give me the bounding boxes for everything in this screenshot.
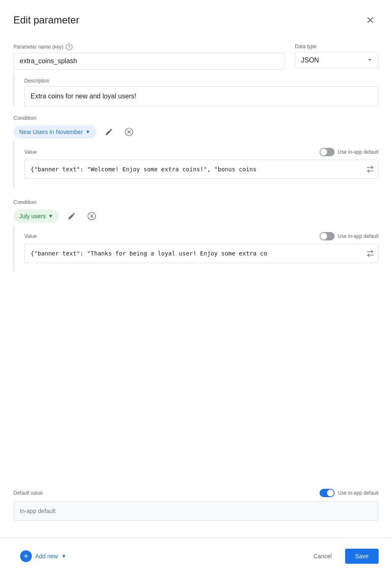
condition-1-remove-button[interactable] bbox=[121, 124, 137, 139]
param-name-label: Parameter name (key) ? bbox=[13, 44, 285, 50]
default-value-toggle[interactable] bbox=[320, 489, 335, 497]
condition-2-section: Condition July users ▼ Value bbox=[13, 199, 379, 271]
condition-1-chip-arrow: ▼ bbox=[85, 129, 90, 135]
default-value-section: Default value Use in-app default bbox=[0, 479, 392, 527]
condition-2-toggle[interactable] bbox=[320, 232, 335, 240]
condition-1-chip[interactable]: New Users in November ▼ bbox=[13, 125, 96, 139]
add-new-button[interactable]: + Add new ▼ bbox=[13, 546, 73, 566]
condition-2-value-row: Value Use in-app default bbox=[24, 232, 379, 240]
condition-2-edit-button[interactable] bbox=[64, 209, 79, 224]
data-type-select[interactable]: String Number Boolean JSON bbox=[295, 52, 379, 68]
footer-right: Cancel Save bbox=[305, 549, 379, 564]
dialog-title: Edit parameter bbox=[13, 14, 79, 26]
cancel-button[interactable]: Cancel bbox=[305, 549, 340, 564]
add-new-arrow-icon: ▼ bbox=[61, 553, 66, 559]
close-button[interactable] bbox=[362, 12, 379, 28]
default-value-header: Default value Use in-app default bbox=[13, 489, 379, 497]
default-value-toggle-label: Use in-app default bbox=[338, 490, 379, 496]
help-icon[interactable]: ? bbox=[66, 44, 72, 50]
remove-circle-icon bbox=[124, 127, 134, 137]
condition-1-toggle-row: Use in-app default bbox=[320, 148, 379, 156]
condition-2-expand-icon[interactable] bbox=[366, 249, 374, 259]
condition-1-toggle[interactable] bbox=[320, 148, 335, 156]
save-button[interactable]: Save bbox=[345, 549, 379, 564]
condition-2-value-label: Value bbox=[24, 233, 37, 239]
dialog-body: Parameter name (key) ? Data type String … bbox=[0, 37, 392, 479]
add-icon: + bbox=[20, 550, 32, 562]
condition-2-remove-button[interactable] bbox=[84, 209, 99, 224]
edit-icon bbox=[105, 128, 113, 136]
default-value-toggle-slider bbox=[320, 489, 335, 497]
data-type-label: Data type bbox=[295, 44, 379, 49]
condition-1-value-inner: Value Use in-app default bbox=[14, 141, 379, 187]
data-type-select-wrapper: String Number Boolean JSON bbox=[295, 52, 379, 68]
condition-1-row: New Users in November ▼ bbox=[13, 124, 379, 139]
condition-2-chip-arrow: ▼ bbox=[48, 213, 53, 219]
condition-2-toggle-label: Use in-app default bbox=[338, 233, 379, 239]
default-value-toggle-row: Use in-app default bbox=[320, 489, 379, 497]
condition-2-input-wrapper bbox=[24, 244, 379, 263]
dialog-footer: + Add new ▼ Cancel Save bbox=[0, 537, 392, 578]
condition-1-value-section: Value Use in-app default bbox=[13, 141, 379, 187]
default-value-label: Default value bbox=[13, 490, 43, 496]
condition-2-chip[interactable]: July users ▼ bbox=[13, 209, 59, 223]
default-value-input[interactable] bbox=[13, 501, 379, 521]
remove-circle-icon-2 bbox=[87, 212, 96, 221]
condition-1-toggle-label: Use in-app default bbox=[338, 149, 379, 155]
data-type-group: Data type String Number Boolean JSON bbox=[295, 44, 379, 68]
close-icon bbox=[365, 15, 375, 25]
condition-1-value-label: Value bbox=[24, 149, 37, 155]
param-name-input[interactable] bbox=[13, 53, 285, 70]
condition-2-label: Condition bbox=[13, 199, 379, 205]
condition-1-toggle-slider bbox=[320, 148, 335, 156]
edit-icon-2 bbox=[67, 212, 76, 220]
description-input[interactable] bbox=[24, 86, 379, 106]
description-label: Description bbox=[24, 78, 379, 84]
condition-1-label: Condition bbox=[13, 115, 379, 121]
condition-2-toggle-slider bbox=[320, 232, 335, 240]
condition-2-toggle-row: Use in-app default bbox=[320, 232, 379, 240]
condition-2-row: July users ▼ bbox=[13, 209, 379, 224]
condition-1-input-wrapper bbox=[24, 160, 379, 179]
condition-1-edit-button[interactable] bbox=[101, 124, 116, 139]
dialog-header: Edit parameter bbox=[0, 0, 392, 37]
description-section: Description bbox=[13, 73, 379, 106]
condition-2-value-inner: Value Use in-app default bbox=[14, 225, 379, 271]
condition-1-value-input[interactable] bbox=[24, 160, 379, 179]
condition-1-value-row: Value Use in-app default bbox=[24, 148, 379, 156]
param-name-group: Parameter name (key) ? bbox=[13, 44, 285, 70]
param-row: Parameter name (key) ? Data type String … bbox=[13, 44, 379, 70]
condition-2-value-section: Value Use in-app default bbox=[13, 225, 379, 271]
edit-parameter-dialog: Edit parameter Parameter name (key) ? Da… bbox=[0, 0, 392, 578]
condition-1-expand-icon[interactable] bbox=[366, 165, 374, 175]
condition-2-value-input[interactable] bbox=[24, 244, 379, 263]
condition-1-section: Condition New Users in November ▼ Value bbox=[13, 115, 379, 187]
description-inner: Description bbox=[14, 73, 379, 106]
